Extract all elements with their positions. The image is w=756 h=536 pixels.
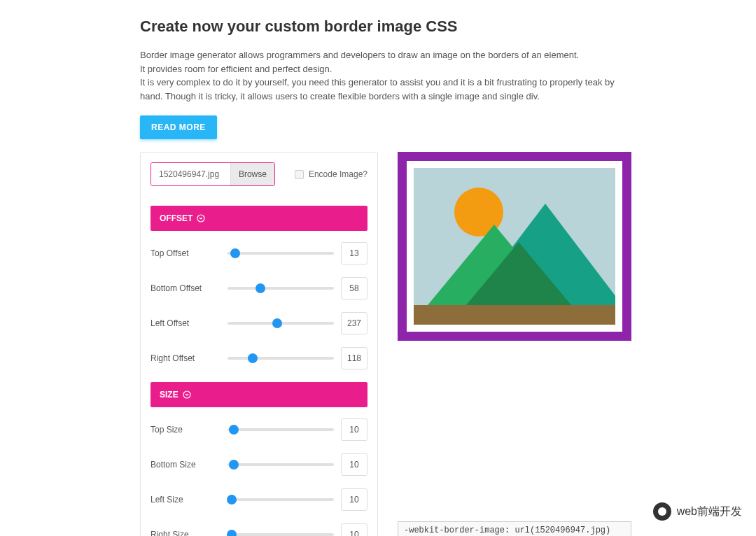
svg-point-0: [197, 215, 204, 222]
top-size-slider[interactable]: [227, 424, 334, 435]
bottom-offset-row: Bottom Offset: [150, 277, 368, 299]
offset-title: OFFSET: [160, 213, 192, 223]
right-size-row: Right Size: [150, 523, 368, 536]
top-size-label: Top Size: [150, 425, 220, 435]
file-name-display: 1520496947.jpg: [151, 163, 230, 185]
bottom-offset-input[interactable]: [341, 277, 368, 299]
top-offset-slider[interactable]: [227, 248, 334, 259]
size-section-header[interactable]: SIZE: [150, 382, 368, 407]
checkbox-icon: [295, 170, 304, 179]
encode-label: Encode Image?: [309, 169, 368, 179]
bottom-size-label: Bottom Size: [150, 460, 220, 470]
right-offset-input[interactable]: [341, 347, 368, 369]
top-offset-label: Top Offset: [150, 248, 220, 258]
bottom-size-row: Bottom Size: [150, 453, 368, 476]
right-offset-label: Right Offset: [150, 353, 220, 363]
controls-panel: 1520496947.jpg Browse Encode Image? OFFS…: [140, 152, 378, 536]
offset-section-header[interactable]: OFFSET: [150, 206, 368, 231]
page-title: Create now your custom border image CSS: [140, 17, 616, 36]
chevron-down-icon: [197, 214, 205, 223]
bottom-size-input[interactable]: [341, 453, 368, 476]
right-panel: [398, 152, 631, 536]
size-title: SIZE: [160, 390, 178, 400]
right-offset-row: Right Offset: [150, 347, 368, 369]
left-offset-label: Left Offset: [150, 318, 220, 328]
left-size-label: Left Size: [150, 495, 220, 505]
size-controls: Top Size Bottom Size Left Size Right Siz…: [150, 418, 368, 536]
read-more-button[interactable]: READ MORE: [140, 115, 217, 139]
bottom-offset-label: Bottom Offset: [150, 283, 220, 293]
top-size-row: Top Size: [150, 418, 368, 441]
browse-button[interactable]: Browse: [230, 163, 274, 185]
right-size-input[interactable]: [341, 523, 368, 536]
right-size-slider[interactable]: [227, 529, 334, 536]
bottom-size-slider[interactable]: [227, 459, 334, 470]
top-offset-input[interactable]: [341, 242, 368, 265]
top-offset-row: Top Offset: [150, 242, 368, 265]
encode-image-checkbox[interactable]: Encode Image?: [295, 169, 368, 179]
left-size-input[interactable]: [341, 488, 368, 511]
offset-controls: Top Offset Bottom Offset Left Offset Rig…: [150, 242, 368, 369]
left-size-slider[interactable]: [227, 494, 334, 505]
border-image-preview: [398, 152, 631, 341]
bottom-offset-slider[interactable]: [227, 283, 334, 294]
page-description: Border image generator allows programmer…: [140, 48, 616, 103]
top-size-input[interactable]: [341, 418, 368, 441]
mountain-icon: [466, 242, 571, 305]
ground-icon: [414, 305, 615, 325]
left-offset-input[interactable]: [341, 312, 368, 334]
preview-image: [414, 168, 615, 325]
left-offset-slider[interactable]: [227, 318, 334, 329]
file-input-group: 1520496947.jpg Browse: [150, 162, 275, 186]
css-output[interactable]: [398, 521, 631, 536]
svg-point-1: [183, 391, 190, 398]
left-size-row: Left Size: [150, 488, 368, 511]
right-size-label: Right Size: [150, 530, 220, 536]
right-offset-slider[interactable]: [227, 353, 334, 364]
left-offset-row: Left Offset: [150, 312, 368, 334]
chevron-down-icon: [183, 390, 191, 399]
